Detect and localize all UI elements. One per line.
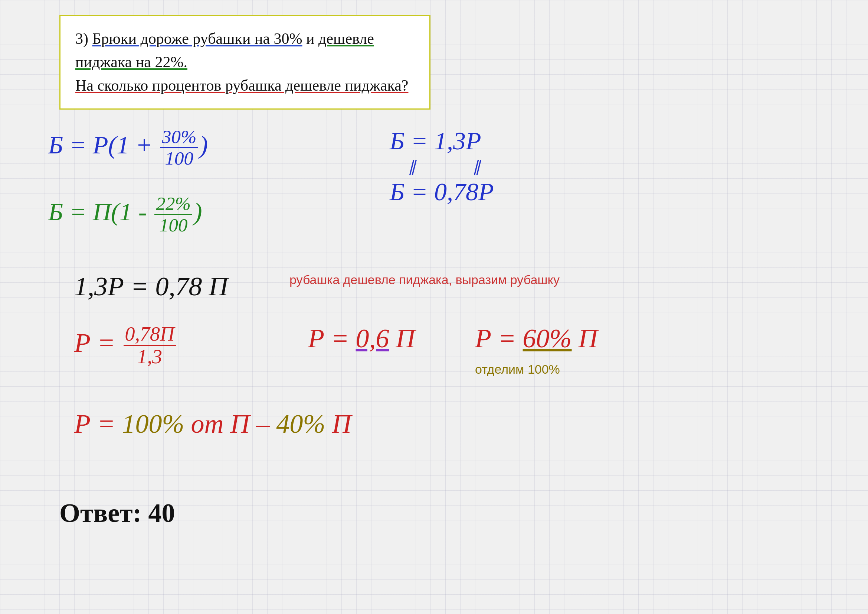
frac-denominator-22: 100 <box>158 215 189 235</box>
comment-rubashka: рубашка дешевле пиджака, выразим рубашку <box>290 271 560 289</box>
fraction-22-100: 22%100 <box>154 193 192 235</box>
eq3-left: Б = П <box>48 197 111 226</box>
comment-otdelim: отделим 100% <box>475 362 560 377</box>
fraction-078pi-13: 0,78П1,3 <box>124 323 176 368</box>
problem-box: 3) Брюки дороже рубашки на 30% и дешевле… <box>59 15 431 110</box>
equation-13r-078pi: 1,3Р = 0,78 П <box>74 271 228 302</box>
eq1-left: Б = Р <box>48 131 108 159</box>
eq1-paren-close: ) <box>200 131 208 159</box>
problem-text: 3) Брюки дороже рубашки на 30% и дешевле… <box>75 27 414 97</box>
comment-otdelim-text: отделим 100% <box>475 362 560 376</box>
eq2-line1: Б = 1,3Р <box>390 126 494 155</box>
eq9-ot: от П – <box>191 409 276 439</box>
frac-numerator: 30% <box>160 126 198 148</box>
eq4-line: Б = 0,78Р <box>390 177 494 207</box>
problem-number: 3) <box>75 30 92 47</box>
eq3-paren-close: ) <box>194 197 202 226</box>
equation-b-equals-pi: Б = П(1 - 22%100) <box>48 193 202 235</box>
comment-text: рубашка дешевле пиджака, выразим рубашку <box>290 273 560 287</box>
fraction-30-100: 30%100 <box>160 126 198 169</box>
eq9-100: 100% <box>122 409 191 439</box>
eq7-pi: П <box>389 323 415 353</box>
eq6-p: Р = <box>74 328 122 358</box>
eq7-left: Р = <box>308 323 356 353</box>
frac-den-13: 1,3 <box>136 346 164 368</box>
equation-r-100-40: Р = 100% от П – 40% П <box>74 409 352 440</box>
eq8-pi: П <box>572 323 598 353</box>
parallel-marks: ‖ ‖ <box>408 157 494 175</box>
eq3-paren-open: (1 - <box>111 197 153 226</box>
frac-denominator: 100 <box>164 148 195 169</box>
frac-num-078: 0,78П <box>124 323 176 346</box>
eq8-left: Р = <box>475 323 523 353</box>
equation-r-60percent: Р = 60% П <box>475 323 598 354</box>
equation-r-fraction: Р = 0,78П1,3 <box>74 323 177 368</box>
eq9-r: Р = <box>74 409 122 439</box>
text-i: и <box>302 30 318 47</box>
eq9-40: 40% <box>276 409 326 439</box>
eq9-pi2: П <box>326 409 352 439</box>
eq1-paren-open: (1 + <box>108 131 159 159</box>
text-bruki-doroje: Брюки дороже рубашки на 30% <box>92 30 302 47</box>
equation-b-equals-13r: Б = 1,3Р ‖ ‖ Б = 0,78Р <box>390 126 494 207</box>
text-question: На сколько процентов рубашка дешевле пид… <box>75 77 408 94</box>
equation-r-06pi: Р = 0,6 П <box>308 323 415 354</box>
answer-text: Ответ: 40 <box>59 498 175 528</box>
answer-line: Ответ: 40 <box>59 498 175 529</box>
frac-numerator-22: 22% <box>154 193 192 215</box>
eq8-value: 60% <box>523 323 572 353</box>
equation-b-equals-r: Б = Р(1 + 30%100) <box>48 126 208 169</box>
eq5-text: 1,3Р = 0,78 П <box>74 272 228 301</box>
eq7-value: 0,6 <box>356 323 389 353</box>
main-content: 3) Брюки дороже рубашки на 30% и дешевле… <box>0 0 868 614</box>
